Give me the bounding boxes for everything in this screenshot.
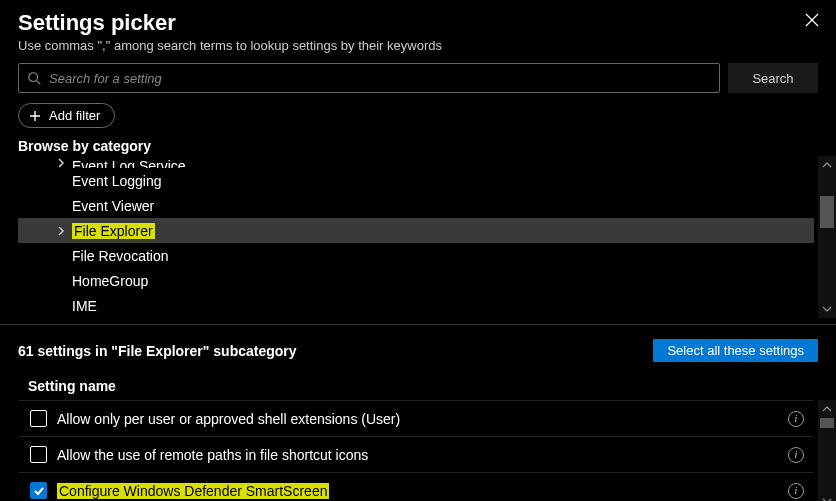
check-icon	[33, 485, 45, 497]
setting-row[interactable]: Allow only per user or approved shell ex…	[18, 400, 814, 436]
browse-label: Browse by category	[0, 134, 836, 156]
checkbox[interactable]	[30, 410, 47, 427]
tree-item[interactable]: File Explorer	[18, 218, 814, 243]
setting-label: Allow only per user or approved shell ex…	[57, 411, 400, 427]
subcategory-count: 61 settings in "File Explorer" subcatego…	[18, 343, 653, 359]
tree-item[interactable]: HomeGroup	[18, 268, 814, 293]
checkbox[interactable]	[30, 446, 47, 463]
tree-item-label: Event Log Service	[72, 158, 186, 168]
info-icon[interactable]: i	[788, 447, 804, 463]
svg-point-0	[29, 73, 38, 82]
scroll-thumb[interactable]	[820, 418, 834, 428]
info-icon[interactable]: i	[788, 483, 804, 499]
scroll-up-icon[interactable]	[818, 400, 836, 418]
tree-item-label: Event Logging	[72, 173, 162, 189]
search-button[interactable]: Search	[728, 63, 818, 93]
setting-label: Configure Windows Defender SmartScreen	[57, 483, 329, 499]
info-icon[interactable]: i	[788, 411, 804, 427]
search-icon	[27, 71, 41, 85]
scroll-up-icon[interactable]	[818, 156, 836, 174]
column-header-name: Setting name	[0, 370, 836, 400]
setting-label: Allow the use of remote paths in file sh…	[57, 447, 368, 463]
category-tree[interactable]: Event Log ServiceEvent LoggingEvent View…	[18, 156, 814, 318]
page-subtitle: Use commas "," among search terms to loo…	[18, 38, 818, 53]
search-input[interactable]	[49, 71, 711, 86]
close-button[interactable]	[802, 10, 822, 30]
plus-icon	[29, 110, 41, 122]
settings-scrollbar[interactable]	[818, 400, 836, 501]
tree-item[interactable]: Event Logging	[18, 168, 814, 193]
scroll-thumb[interactable]	[820, 196, 834, 228]
tree-item[interactable]: IME	[18, 293, 814, 318]
page-title: Settings picker	[18, 10, 818, 36]
tree-item-label: File Explorer	[72, 223, 155, 239]
tree-item[interactable]: Event Viewer	[18, 193, 814, 218]
scroll-down-icon[interactable]	[818, 492, 836, 501]
search-field-wrap[interactable]	[18, 63, 720, 93]
tree-item[interactable]: Event Log Service	[18, 156, 814, 168]
select-all-button[interactable]: Select all these settings	[653, 339, 818, 362]
setting-row[interactable]: Configure Windows Defender SmartScreeni	[18, 472, 814, 501]
chevron-right-icon	[56, 226, 66, 236]
close-icon	[805, 13, 819, 27]
tree-item-label: HomeGroup	[72, 273, 148, 289]
tree-scrollbar[interactable]	[818, 156, 836, 318]
tree-item-label: Event Viewer	[72, 198, 154, 214]
add-filter-button[interactable]: Add filter	[18, 103, 115, 128]
chevron-right-icon	[56, 158, 66, 168]
checkbox[interactable]	[30, 482, 47, 499]
tree-item-label: IME	[72, 298, 97, 314]
tree-item[interactable]: File Revocation	[18, 243, 814, 268]
tree-item-label: File Revocation	[72, 248, 169, 264]
scroll-down-icon[interactable]	[818, 300, 836, 318]
settings-list[interactable]: Allow only per user or approved shell ex…	[18, 400, 814, 501]
add-filter-label: Add filter	[49, 108, 100, 123]
setting-row[interactable]: Allow the use of remote paths in file sh…	[18, 436, 814, 472]
